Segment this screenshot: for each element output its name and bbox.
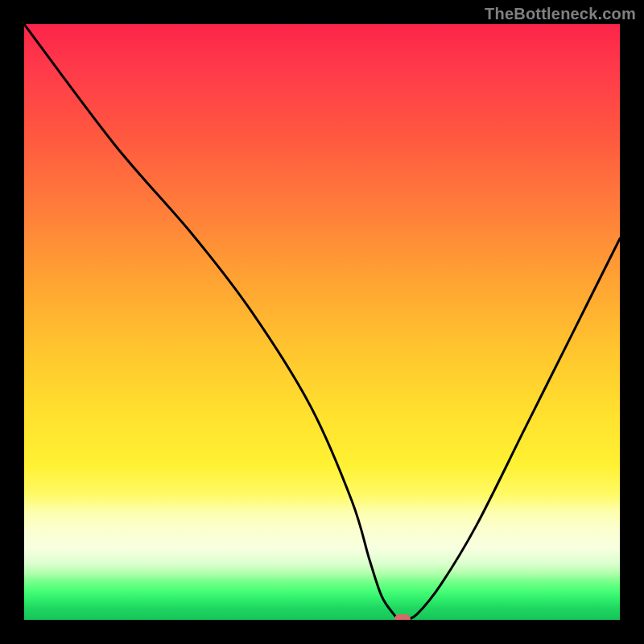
optimal-marker [394,614,411,620]
plot-area [24,24,620,620]
watermark-text: TheBottleneck.com [485,5,636,23]
bottleneck-curve [24,24,620,620]
chart-container: TheBottleneck.com [0,0,644,644]
curve-svg [24,24,620,620]
